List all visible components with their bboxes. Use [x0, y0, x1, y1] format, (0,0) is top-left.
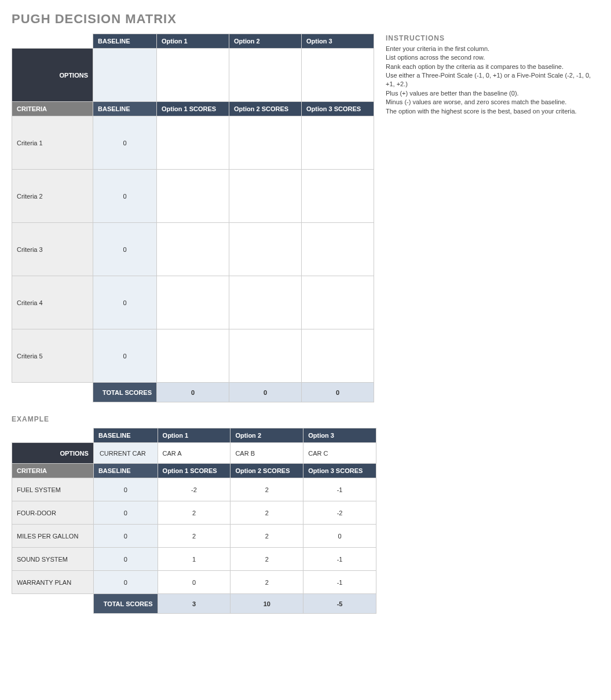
option-header: Option 1	[158, 428, 231, 443]
score-cell[interactable]: 0	[303, 525, 376, 548]
score-cell[interactable]	[157, 329, 229, 383]
score-header: BASELINE	[93, 102, 157, 116]
score-cell[interactable]: -2	[303, 501, 376, 525]
score-cell[interactable]: 2	[231, 525, 303, 548]
blank-cell	[12, 383, 93, 402]
total-cell: -5	[303, 594, 376, 614]
option-cell[interactable]	[229, 49, 302, 102]
total-cell: 10	[231, 594, 303, 614]
score-cell[interactable]: -1	[303, 478, 376, 501]
score-cell[interactable]	[302, 170, 374, 223]
instructions-head: INSTRUCTIONS	[386, 34, 599, 43]
score-cell[interactable]: 0	[158, 571, 231, 594]
criteria-cell[interactable]: MILES PER GALLON	[12, 525, 94, 548]
option-header: Option 3	[303, 428, 376, 443]
score-cell[interactable]: -2	[158, 478, 231, 501]
total-label: TOTAL SCORES	[93, 594, 158, 614]
baseline-header: BASELINE	[93, 34, 157, 49]
criteria-cell[interactable]: SOUND SYSTEM	[12, 548, 94, 571]
criteria-header: CRITERIA	[12, 102, 93, 116]
score-cell[interactable]	[229, 116, 302, 170]
score-cell[interactable]	[157, 170, 229, 223]
option-cell[interactable]: CAR A	[158, 443, 231, 464]
instructions-line: Rank each option by the criteria as it c…	[386, 63, 599, 71]
score-cell[interactable]: 2	[231, 478, 303, 501]
score-cell[interactable]: -1	[303, 548, 376, 571]
instructions-line: List options across the second row.	[386, 53, 599, 62]
score-cell[interactable]	[302, 276, 374, 329]
score-cell[interactable]	[157, 116, 229, 170]
total-cell: 0	[229, 383, 302, 402]
option-cell[interactable]	[302, 49, 374, 102]
baseline-cell[interactable]: 0	[93, 223, 157, 276]
baseline-cell[interactable]: 0	[93, 501, 158, 525]
option-cell[interactable]: CAR B	[231, 443, 303, 464]
criteria-cell[interactable]: Criteria 1	[12, 116, 93, 170]
baseline-option-cell[interactable]: CURRENT CAR	[93, 443, 158, 464]
option-header: Option 2	[231, 428, 303, 443]
score-cell[interactable]	[229, 329, 302, 383]
score-header: Option 1 SCORES	[158, 464, 231, 478]
options-corner: OPTIONS	[12, 443, 94, 464]
option-cell[interactable]	[157, 49, 229, 102]
criteria-cell[interactable]: FOUR-DOOR	[12, 501, 94, 525]
baseline-option-cell[interactable]	[93, 49, 157, 102]
instructions: INSTRUCTIONS Enter your criteria in the …	[386, 34, 599, 116]
score-header: Option 3 SCORES	[303, 464, 376, 478]
score-header: Option 3 SCORES	[302, 102, 374, 116]
baseline-cell[interactable]: 0	[93, 116, 157, 170]
total-cell: 0	[302, 383, 374, 402]
baseline-cell[interactable]: 0	[93, 525, 158, 548]
score-cell[interactable]	[157, 223, 229, 276]
option-header: Option 3	[302, 34, 374, 49]
blank-cell	[12, 34, 93, 49]
baseline-cell[interactable]: 0	[93, 548, 158, 571]
instructions-line: The option with the highest score is the…	[386, 107, 599, 116]
criteria-cell[interactable]: Criteria 4	[12, 276, 93, 329]
score-cell[interactable]	[302, 329, 374, 383]
option-cell[interactable]: CAR C	[303, 443, 376, 464]
score-cell[interactable]	[302, 116, 374, 170]
criteria-cell[interactable]: WARRANTY PLAN	[12, 571, 94, 594]
score-header: Option 2 SCORES	[229, 102, 302, 116]
score-cell[interactable]	[157, 276, 229, 329]
instructions-line: Enter your criteria in the first column.	[386, 45, 599, 53]
score-cell[interactable]	[229, 276, 302, 329]
score-cell[interactable]: 2	[158, 525, 231, 548]
score-cell[interactable]	[229, 170, 302, 223]
score-cell[interactable]: 2	[231, 548, 303, 571]
criteria-cell[interactable]: Criteria 3	[12, 223, 93, 276]
total-label: TOTAL SCORES	[93, 383, 157, 402]
criteria-header: CRITERIA	[12, 464, 94, 478]
criteria-cell[interactable]: FUEL SYSTEM	[12, 478, 94, 501]
baseline-cell[interactable]: 0	[93, 478, 158, 501]
score-cell[interactable]: 2	[158, 501, 231, 525]
baseline-cell[interactable]: 0	[93, 276, 157, 329]
baseline-cell[interactable]: 0	[93, 170, 157, 223]
blank-cell	[12, 428, 94, 443]
instructions-line: Use either a Three-Point Scale (-1, 0, +…	[386, 71, 599, 89]
total-cell: 3	[158, 594, 231, 614]
page-title: PUGH DECISION MATRIX	[12, 12, 599, 27]
criteria-cell[interactable]: Criteria 5	[12, 329, 93, 383]
options-corner: OPTIONS	[12, 49, 93, 102]
score-cell[interactable]: 2	[231, 571, 303, 594]
score-header: BASELINE	[93, 464, 158, 478]
example-title: EXAMPLE	[12, 415, 599, 423]
score-header: Option 1 SCORES	[157, 102, 229, 116]
instructions-line: Plus (+) values are better than the base…	[386, 89, 599, 98]
criteria-cell[interactable]: Criteria 2	[12, 170, 93, 223]
score-cell[interactable]	[302, 223, 374, 276]
score-cell[interactable]: 2	[231, 501, 303, 525]
example-matrix: BASELINE Option 1 Option 2 Option 3 OPTI…	[12, 428, 376, 614]
score-cell[interactable]	[229, 223, 302, 276]
option-header: Option 2	[229, 34, 302, 49]
instructions-line: Minus (-) values are worse, and zero sco…	[386, 98, 599, 107]
score-header: Option 2 SCORES	[231, 464, 303, 478]
score-cell[interactable]: -1	[303, 571, 376, 594]
baseline-cell[interactable]: 0	[93, 329, 157, 383]
option-header: Option 1	[157, 34, 229, 49]
score-cell[interactable]: 1	[158, 548, 231, 571]
baseline-cell[interactable]: 0	[93, 571, 158, 594]
baseline-header: BASELINE	[93, 428, 158, 443]
